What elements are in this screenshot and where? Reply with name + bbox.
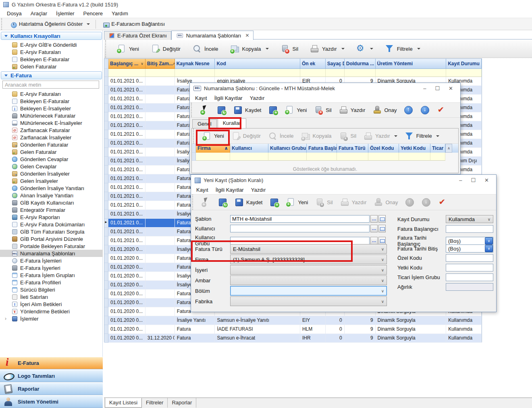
filter-cell-sayac-d[interactable]: [326, 69, 345, 77]
fatura-tarihi-baslangic-select[interactable]: (Boş)∨: [446, 237, 493, 245]
reminder-items-button[interactable]: Hatırlatma Öğelerini Göster: [6, 19, 93, 29]
chevron-down-icon[interactable]: [87, 23, 90, 25]
filter-cell-kullanici[interactable]: [230, 153, 268, 161]
sidebar-item-numaralama-sablonlari[interactable]: Numaralama Şablonları: [0, 250, 103, 257]
yazdir-button[interactable]: Yazdır: [337, 196, 370, 209]
gear-button[interactable]: [351, 41, 378, 56]
kullanici-field[interactable]: [230, 225, 370, 232]
sidebar-item-bekleyen-e-i-rsaliyeler[interactable]: Bekleyen E-İrsaliyeler: [0, 105, 103, 112]
column-header-doldurma[interactable]: Doldurma ...: [345, 59, 376, 69]
sidebar-item-gonderilen-cevaplar[interactable]: Gönderilen Cevaplar: [0, 155, 103, 163]
section-header-efatura[interactable]: E-Fatura: [1, 71, 102, 79]
sil-button[interactable]: Sil: [275, 41, 303, 56]
filter-cell-bitis-zam[interactable]: [145, 69, 175, 77]
floppy-add-button[interactable]: [266, 196, 282, 209]
circle-up-button[interactable]: [402, 196, 417, 209]
sidebar-item-entegrator-firmalar[interactable]: Entegratör Firmalar: [0, 206, 103, 213]
bottom-tab-kayit-listesi[interactable]: Kayıt Listesi: [105, 398, 142, 408]
yeni-button[interactable]: Yeni: [112, 41, 144, 56]
nav-button-sistem-yonetimi[interactable]: Sistem Yönetimi: [0, 396, 103, 408]
sidebar-item-bekleyen-e-faturalar[interactable]: Bekleyen E-Faturalar: [0, 97, 103, 105]
column-header-uretim-yontemi[interactable]: Üretim Yöntemi: [376, 59, 447, 69]
filter-cell-kayit-durumu[interactable]: [446, 69, 482, 77]
kopyala-button[interactable]: Kopyala: [225, 41, 274, 56]
sidebar-item-e-arsiv-faturalari[interactable]: E-Arşiv Faturaları: [0, 48, 103, 56]
menu-yardim[interactable]: Yardım: [107, 10, 133, 17]
filter-cell-doldurma[interactable]: [345, 69, 376, 77]
menu-i-lgili-kayitlar[interactable]: İlgili Kayıtlar: [211, 94, 246, 102]
yeni-button[interactable]: Yeni: [282, 104, 310, 116]
yazdir-button[interactable]: Yazdır: [360, 130, 400, 143]
firma-select[interactable]: (1) Samsun A.Ş. [3333333328]∨: [230, 255, 387, 264]
yazdir-button[interactable]: Yazdır: [305, 41, 349, 56]
degistir-button[interactable]: Değiştir: [145, 41, 185, 56]
filter-cell-fatura-basla[interactable]: [307, 153, 337, 161]
sidebar-item-gi-b-kayitli-kullanicilari[interactable]: GİB Kayıtlı Kullanıcıları: [0, 199, 103, 206]
bolum-select[interactable]: ∨: [230, 286, 387, 296]
menu-araclar[interactable]: Araçlar: [26, 10, 52, 17]
isyeri-select[interactable]: ∨: [230, 265, 387, 275]
column-header-fatura-basla[interactable]: Fatura Başla...: [307, 144, 337, 153]
sidebar-item-alinan-i-rsaliye-yanitlari[interactable]: Alınan İrsaliye Yanıtları: [0, 192, 103, 199]
filter-cell-uretim-yontemi[interactable]: [376, 69, 447, 77]
menu-dosya[interactable]: Dosya: [2, 10, 26, 17]
onay-button[interactable]: Onay: [370, 196, 401, 209]
fabrika-select[interactable]: ∨: [230, 296, 387, 306]
check-red-button[interactable]: [435, 196, 450, 209]
kaydet-button[interactable]: Kaydet: [231, 196, 265, 209]
dialog-title-bar[interactable]: Numaralama Şablonu : Güncelle - MTH Müst…: [190, 83, 460, 93]
degistir-button[interactable]: Değiştir: [228, 130, 264, 143]
i-ncele-button[interactable]: İncele: [265, 130, 297, 143]
chevron-down-icon[interactable]: [436, 135, 439, 137]
agirlik-field[interactable]: [446, 283, 493, 291]
floppy-refresh-button[interactable]: [215, 196, 230, 209]
fatura-baslangici-field[interactable]: [446, 225, 493, 233]
scrollbar-up-button[interactable]: ∧: [445, 144, 452, 153]
sidebar-item-i-ceri-alim-betikleri[interactable]: İçeri Alım Betikleri: [0, 300, 103, 308]
i-ncele-button[interactable]: İncele: [187, 41, 223, 56]
tab-numaralama-sablonlari[interactable]: Numaralama Şablonları✕: [171, 31, 254, 40]
bottom-tab-filtreler[interactable]: Filtreler: [142, 398, 168, 408]
column-header-kullanici[interactable]: Kullanıcı: [230, 144, 268, 153]
filter-cell-kod[interactable]: [215, 69, 300, 77]
circle-up-button[interactable]: [401, 104, 416, 116]
sidebar-item-surucu-bilgileri[interactable]: Sürücü Bilgileri: [0, 286, 103, 293]
column-header-kullanici-grubu[interactable]: Kullanıcı Grubu: [268, 144, 307, 153]
column-header-fatura-turu[interactable]: Fatura Türü: [337, 144, 368, 153]
minimize-button[interactable]: –: [459, 177, 462, 183]
sidebar-item-gelen-i-rsaliyeler[interactable]: Gelen İrsaliyeler: [0, 177, 103, 184]
kopyala-button[interactable]: Kopyala: [298, 130, 335, 143]
filter-cell-firma[interactable]: [196, 153, 230, 161]
table-row[interactable]: 01.01.2020 0...İrsaliye YanıtıSamsun e-İ…: [104, 316, 482, 325]
sidebar-item-e-fatura-i-syerleri[interactable]: E-Fatura İşyerleri: [0, 264, 103, 271]
close-tab-icon[interactable]: ✕: [245, 33, 249, 38]
sidebar-item-muhurlenecek-faturalar[interactable]: Mühürlenecek Faturalar: [0, 112, 103, 119]
tab-e-fatura-ozet-ekrani[interactable]: E-Fatura Özet Ekranı: [104, 31, 171, 40]
filter-cell-ozel-kodu[interactable]: [368, 153, 399, 161]
sablon-field[interactable]: [230, 215, 370, 223]
filter-cell-on-ek[interactable]: [300, 69, 326, 77]
ambar-select[interactable]: ∨: [230, 275, 387, 285]
sidebar-item-gi-b-portal-arsivini-duzenle[interactable]: GİB Portal Arşivini Düzenle: [0, 235, 103, 242]
sidebar-item-gi-b-tum-faturalari-sorgula[interactable]: GİB Tüm Faturaları Sorgula: [0, 228, 103, 235]
fatura-turu-select[interactable]: E-Müstahsil∨: [230, 244, 387, 254]
close-button[interactable]: ✕: [449, 85, 453, 91]
sidebar-item-e-arsiv-fatura-dokumanlari[interactable]: E-Arşiv Fatura Dokümanları: [0, 221, 103, 228]
sil-button[interactable]: Sil: [312, 196, 335, 209]
circle-down-button[interactable]: [417, 104, 432, 116]
lookup-button[interactable]: …: [370, 225, 378, 232]
filter-cell-baslangic[interactable]: [108, 69, 145, 77]
sidebar-item-e-arsiv-raporlari[interactable]: E-Arşiv Raporları: [0, 213, 103, 221]
section-header-shortcuts[interactable]: Kullanıcı Kısayolları: [1, 32, 102, 40]
kayit-durumu-select[interactable]: Kullanımda∨: [446, 215, 493, 223]
column-header-yetki-kodu[interactable]: Yetki Kodu: [399, 144, 430, 153]
menu-i-lgili-kayitlar[interactable]: İlgili Kayıtlar: [212, 186, 247, 194]
kullanici-grubu-field[interactable]: [230, 237, 370, 244]
sidebar-item-e-fatura-i-slemleri[interactable]: E-Fatura İşlemleri: [0, 257, 103, 264]
sidebar-item-gelen-faturalar[interactable]: Gelen Faturalar: [0, 148, 103, 155]
chevron-down-icon[interactable]: [266, 48, 269, 50]
menu-yazdir[interactable]: Yazdır: [246, 94, 268, 102]
bottom-tab-raporlar[interactable]: Raporlar: [168, 398, 196, 408]
sidebar-item-gelen-faturalar[interactable]: Gelen Faturalar: [0, 63, 103, 70]
filter-cell-kaynak-nesne[interactable]: [175, 69, 215, 77]
